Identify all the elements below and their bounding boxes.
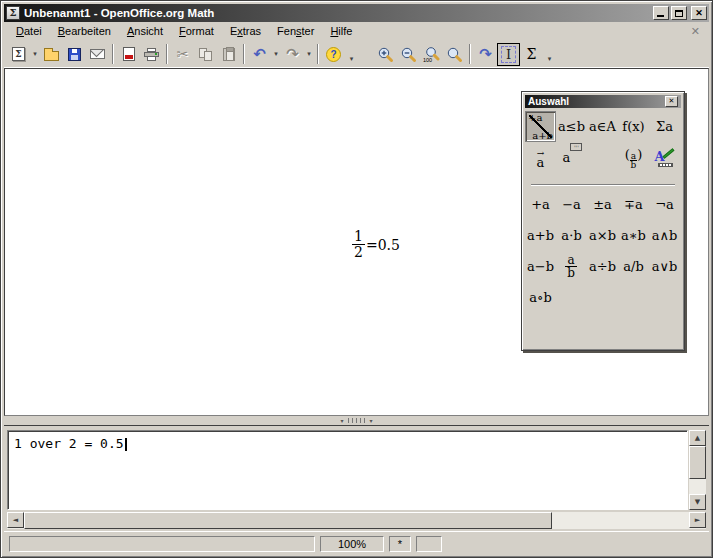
symbol-a-circ-b[interactable]: a∘b — [525, 282, 556, 313]
arrow-up-icon: ▲ — [695, 434, 700, 442]
status-zoom-panel[interactable]: 100% — [320, 536, 384, 552]
email-envelope-icon — [90, 49, 105, 59]
formula-cursor-button[interactable]: I — [497, 43, 520, 66]
symbol-a-or-b[interactable]: a∨b — [649, 251, 680, 282]
app-icon: Σ — [6, 6, 20, 20]
zoom-all-button[interactable] — [443, 43, 466, 66]
symbol-a-over-b[interactable]: a b — [556, 251, 587, 282]
symbol-a-cdot-b[interactable]: a⋅b — [556, 220, 587, 251]
close-document-icon: ✕ — [691, 25, 700, 37]
category-relations[interactable]: a≤b — [556, 111, 587, 142]
save-button[interactable] — [63, 43, 86, 66]
menu-fenster[interactable]: Fenster — [269, 23, 322, 40]
splitter-arrow-icon: ▾ — [340, 418, 343, 424]
scroll-up-button[interactable]: ▲ — [689, 430, 706, 446]
status-modified-panel: * — [389, 536, 411, 552]
category-other[interactable]: a''' — [556, 142, 587, 173]
category-attributes[interactable]: → a — [525, 142, 556, 173]
zoom-in-button[interactable] — [374, 43, 397, 66]
menu-format[interactable]: Format — [171, 23, 222, 40]
update-refresh-icon: ↷ — [479, 47, 492, 62]
category-unary-binary-operators[interactable]: +a a+b — [525, 111, 556, 142]
redo-arrow-icon: ↷ — [286, 47, 299, 62]
symbol-not-a[interactable]: ¬a — [649, 189, 680, 220]
undo-dropdown-button[interactable]: ▾ — [271, 43, 281, 66]
paste-button[interactable] — [217, 43, 240, 66]
redo-dropdown-button[interactable]: ▾ — [304, 43, 314, 66]
chevron-down-icon: ▾ — [274, 50, 278, 58]
symbol-a-minus-b[interactable]: a−b — [525, 251, 556, 282]
toolbar: Σ ▾ ✂ ↶ ▾ ↷ ▾ ? ▾ 100 ↷ I — [4, 41, 709, 68]
window-title: Unbenannt1 - OpenOffice.org Math — [24, 7, 649, 19]
menu-ansicht[interactable]: Ansicht — [119, 23, 171, 40]
category-set-operations[interactable]: a∈A — [587, 111, 618, 142]
app-icon-sigma: Σ — [9, 7, 16, 18]
save-floppy-icon — [68, 48, 81, 61]
new-dropdown-button[interactable]: ▾ — [30, 43, 40, 66]
palette-close-button[interactable]: ✕ — [665, 96, 678, 107]
scroll-right-button[interactable]: ► — [689, 512, 706, 528]
chevron-down-icon: ▾ — [350, 55, 354, 63]
symbol-minus-a[interactable]: −a — [556, 189, 587, 220]
category-operators[interactable]: Σa — [649, 111, 680, 142]
symbol-a-slash-b[interactable]: a/b — [618, 251, 649, 282]
category-brackets[interactable]: (ab) — [618, 142, 649, 173]
symbol-a-div-b[interactable]: a÷b — [587, 251, 618, 282]
undo-button[interactable]: ↶ — [248, 43, 271, 66]
export-pdf-button[interactable] — [117, 43, 140, 66]
symbol-a-ast-b[interactable]: a∗b — [618, 220, 649, 251]
horizontal-scroll-thumb[interactable] — [24, 512, 552, 529]
scroll-down-button[interactable]: ▼ — [689, 494, 706, 510]
maximize-button[interactable] — [671, 6, 687, 20]
symbol-a-plus-b[interactable]: a+b — [525, 220, 556, 251]
symbol-a-and-b[interactable]: a∧b — [649, 220, 680, 251]
symbol-minusplus-a[interactable]: ∓a — [618, 189, 649, 220]
palette-titlebar[interactable]: Auswahl ✕ — [525, 95, 681, 108]
vertical-scroll-thumb[interactable] — [689, 446, 706, 479]
zoom-100-button[interactable]: 100 — [420, 43, 443, 66]
cut-button[interactable]: ✂ — [171, 43, 194, 66]
toolbar-options-button[interactable]: ▾ — [345, 43, 358, 66]
symbol-plusminus-a[interactable]: ±a — [587, 189, 618, 220]
chevron-down-icon: ▾ — [33, 50, 37, 58]
menu-extras[interactable]: Extras — [222, 23, 269, 40]
vertical-scroll-track[interactable] — [689, 479, 706, 494]
close-document-button[interactable]: ✕ — [686, 25, 705, 38]
menu-hilfe[interactable]: Hilfe — [322, 23, 360, 40]
scroll-left-button[interactable]: ◄ — [7, 512, 24, 528]
open-button[interactable] — [40, 43, 63, 66]
zoom-all-icon — [446, 46, 463, 63]
formula-command-input[interactable]: 1 over 2 = 0.5 — [7, 430, 688, 510]
statusbar: 100% * — [4, 531, 709, 554]
redo-button[interactable]: ↷ — [281, 43, 304, 66]
category-formats[interactable]: A — [649, 142, 680, 173]
category-functions[interactable]: f(x) — [618, 111, 649, 142]
splitter-arrow-icon: ▾ — [370, 418, 373, 424]
pane-splitter[interactable]: ▾ ▾ — [4, 416, 709, 425]
update-button[interactable]: ↷ — [474, 43, 497, 66]
email-button[interactable] — [86, 43, 109, 66]
new-formula-button[interactable]: Σ — [7, 43, 30, 66]
symbols-catalog-button[interactable]: Σ — [520, 43, 543, 66]
menu-datei[interactable]: Datei — [8, 23, 50, 40]
horizontal-scrollbar[interactable]: ◄ ► — [7, 512, 706, 529]
status-message-panel — [9, 536, 315, 552]
close-button[interactable]: ✕ — [691, 6, 707, 20]
palette-symbol-grid: +a −a ±a ∓a ¬a a+b a⋅b a×b a∗b a∧b a−b a… — [525, 189, 681, 313]
symbol-a-times-b[interactable]: a×b — [587, 220, 618, 251]
minimize-button[interactable] — [653, 6, 669, 20]
arrow-down-icon: ▼ — [695, 498, 700, 506]
help-button[interactable]: ? — [322, 43, 345, 66]
formula-cursor-icon: I — [501, 46, 516, 63]
horizontal-scroll-track[interactable] — [552, 512, 689, 529]
vertical-scrollbar[interactable]: ▲ ▼ — [689, 430, 706, 510]
pdf-document-icon — [123, 47, 135, 61]
menu-bearbeiten[interactable]: Bearbeiten — [50, 23, 119, 40]
zoom-out-button[interactable] — [397, 43, 420, 66]
print-button[interactable] — [140, 43, 163, 66]
formula-view[interactable]: 1 2 =0.5 Auswahl ✕ +a a+b a≤b a∈A — [4, 68, 709, 416]
copy-button[interactable] — [194, 43, 217, 66]
symbol-plus-a[interactable]: +a — [525, 189, 556, 220]
toolbar-options-button[interactable]: ▾ — [543, 43, 556, 66]
titlebar[interactable]: Σ Unbenannt1 - OpenOffice.org Math ✕ — [4, 4, 709, 22]
